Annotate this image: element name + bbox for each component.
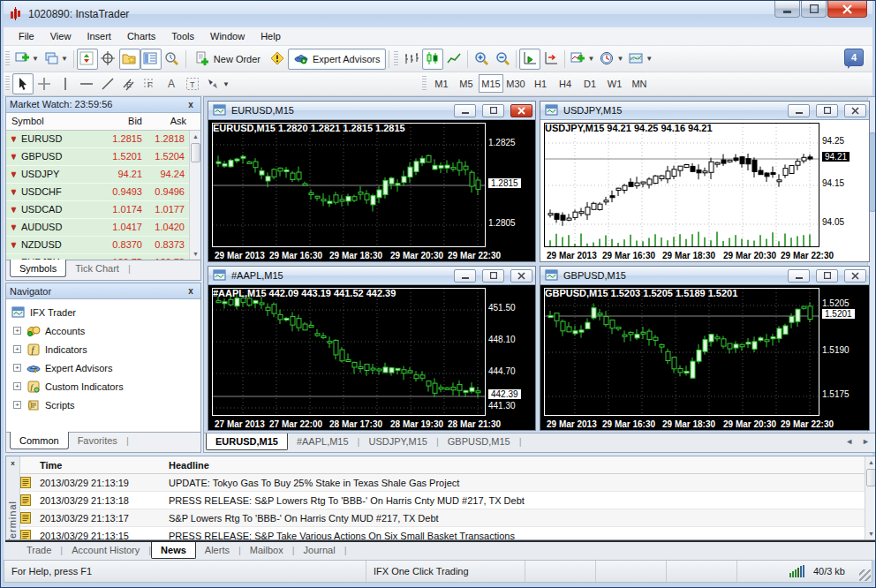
tree-item-expert-advisors[interactable]: +Expert Advisors <box>11 358 199 377</box>
menu-window[interactable]: Window <box>202 29 253 43</box>
market-watch-row[interactable]: ▼USDJPY94.2194.24 <box>6 166 200 184</box>
timeframe-h1[interactable]: H1 <box>528 74 553 93</box>
market-watch-scrollbar[interactable]: ▲▼ <box>189 131 200 260</box>
terminal-tab-mailbox[interactable]: Mailbox <box>241 542 292 558</box>
timeframe-m5[interactable]: M5 <box>454 74 479 93</box>
chart-window-titlebar[interactable]: #AAPL,M15 <box>208 267 535 285</box>
chart-shift-button[interactable] <box>540 49 562 70</box>
zoom-in-button[interactable] <box>471 49 492 70</box>
news-row[interactable]: 2013/03/29 21:13:15PRESS RELEASE: S&P Ta… <box>20 527 865 539</box>
profiles-button[interactable]: ▼ <box>42 49 71 70</box>
market-watch-row[interactable]: ▼EURUSD1.28151.2818 <box>6 131 200 148</box>
chart-plot[interactable] <box>544 288 819 416</box>
tab-favorites[interactable]: Favorites <box>69 433 126 449</box>
equidistant-channel-button[interactable]: E <box>118 73 140 94</box>
scroll-down-icon[interactable]: ▼ <box>865 528 876 539</box>
vertical-line-button[interactable] <box>55 73 76 94</box>
expand-plus-icon[interactable]: + <box>13 401 21 409</box>
scroll-up-icon[interactable]: ▲ <box>190 131 200 142</box>
candlestick-chart-button[interactable] <box>422 49 443 70</box>
menu-charts[interactable]: Charts <box>119 29 163 43</box>
maximize-button[interactable] <box>801 1 827 18</box>
timeframe-m15[interactable]: M15 <box>479 74 503 93</box>
templates-dropdown-button[interactable]: ▼ <box>626 49 655 70</box>
horizontal-line-button[interactable] <box>76 73 97 94</box>
market-watch-row[interactable]: ▼AUDUSD1.04171.0420 <box>6 219 200 237</box>
menu-insert[interactable]: Insert <box>79 29 119 43</box>
cursor-button[interactable] <box>12 73 34 94</box>
expand-plus-icon[interactable]: + <box>13 364 21 372</box>
expand-plus-icon[interactable]: + <box>13 382 21 390</box>
terminal-tab-news[interactable]: News <box>151 542 196 559</box>
text-button[interactable]: A <box>161 73 182 94</box>
navigator-toggle-button[interactable] <box>119 49 140 70</box>
close-button[interactable] <box>827 1 867 18</box>
scroll-down-icon[interactable]: ▼ <box>190 248 200 260</box>
chart-area-gbpusd[interactable]: GBPUSD,M15 1.5203 1.5205 1.5189 1.52011.… <box>540 285 869 430</box>
tree-item-root[interactable]: IFX Trader <box>11 303 199 321</box>
news-scrollbar[interactable]: ▲ ▼ <box>865 456 876 539</box>
chart-area-eurusd[interactable]: EURUSD,M15 1.2820 1.2821 1.2815 1.28151.… <box>208 120 535 261</box>
chart-restore-button[interactable] <box>482 104 504 117</box>
tree-item-scripts[interactable]: +Scripts <box>11 396 199 414</box>
timeframe-h4[interactable]: H4 <box>553 74 578 93</box>
navigator-close-icon[interactable]: x <box>185 285 197 297</box>
data-window-button[interactable] <box>98 49 119 70</box>
chart-plot[interactable] <box>212 288 486 416</box>
strategy-tester-button[interactable] <box>162 49 183 70</box>
tree-item-custom-indicators[interactable]: +fCustom Indicators <box>11 377 199 396</box>
chart-close-button[interactable] <box>844 104 866 117</box>
chart-window-titlebar[interactable]: EURUSD,M15 <box>208 102 535 120</box>
chart-restore-button[interactable] <box>816 269 838 283</box>
news-row[interactable]: 2013/03/29 21:13:18PRESS RELEASE: S&P Lo… <box>20 492 865 509</box>
trendline-button[interactable] <box>97 73 118 94</box>
fibonacci-retracement-button[interactable]: F <box>140 73 161 94</box>
terminal-tab-alerts[interactable]: Alerts <box>196 542 238 558</box>
chart-plot[interactable] <box>544 123 819 247</box>
bar-chart-button[interactable] <box>401 49 422 70</box>
terminal-tab-journal[interactable]: Journal <box>295 542 344 558</box>
chart-minimize-button[interactable] <box>454 104 476 117</box>
chart-minimize-button[interactable] <box>788 104 810 117</box>
terminal-toggle-button[interactable] <box>140 49 162 70</box>
tab-common[interactable]: Common <box>10 432 69 449</box>
zoom-out-button[interactable] <box>492 49 513 70</box>
menu-help[interactable]: Help <box>253 29 289 43</box>
timeframe-mn[interactable]: MN <box>627 74 652 93</box>
expand-plus-icon[interactable]: + <box>13 327 21 335</box>
alert-button[interactable] <box>267 49 288 70</box>
title-bar[interactable]: 1020890: InstaTrader <box>4 1 872 27</box>
new-order-button[interactable]: New Order <box>189 49 267 70</box>
chart-tab-gbpusdm15[interactable]: GBPUSD,M15 <box>439 433 519 449</box>
chart-tab-usdjpym15[interactable]: USDJPY,M15 <box>359 433 435 449</box>
chart-window-titlebar[interactable]: GBPUSD,M15 <box>540 267 869 285</box>
line-chart-button[interactable] <box>443 49 464 70</box>
new-chart-button[interactable]: ▼ <box>12 49 42 70</box>
chart-restore-button[interactable] <box>816 104 838 117</box>
chart-plot[interactable] <box>212 123 486 247</box>
market-watch-close-icon[interactable]: x <box>185 99 197 110</box>
market-watch-row[interactable]: ▼NZDUSD0.83700.8373 <box>6 237 200 254</box>
chart-tab-aaplm15[interactable]: #AAPL,M15 <box>288 433 358 449</box>
market-watch-row[interactable]: ▼USDCHF0.94930.9496 <box>6 184 200 201</box>
news-row[interactable]: 2013/03/29 21:13:17S&P Lowers Rtg To 'BB… <box>20 509 865 527</box>
tree-item-indicators[interactable]: +fIndicators <box>11 340 199 358</box>
chart-restore-button[interactable] <box>482 269 504 283</box>
timeframe-d1[interactable]: D1 <box>578 74 602 93</box>
expert-advisors-button[interactable]: Expert Advisors <box>288 49 386 70</box>
expand-plus-icon[interactable]: + <box>13 345 21 353</box>
chart-minimize-button[interactable] <box>454 269 476 283</box>
auto-scroll-button[interactable] <box>519 49 540 70</box>
tree-item-accounts[interactable]: +Accounts <box>11 321 199 340</box>
tabs-scroll-right-icon[interactable]: ► <box>862 437 870 446</box>
chart-area-aapl[interactable]: #AAPL,M15 442.09 443.19 441.52 442.39451… <box>208 285 535 430</box>
resize-grip[interactable] <box>859 569 871 581</box>
notifications-badge[interactable]: 4 <box>844 49 864 66</box>
tabs-scroll-left-icon[interactable]: ◄ <box>845 437 853 446</box>
chart-window-titlebar[interactable]: USDJPY,M15 <box>540 102 869 120</box>
market-watch-row[interactable]: ▼GBPUSD1.52011.5204 <box>6 148 200 166</box>
timeframe-m1[interactable]: M1 <box>429 74 454 93</box>
timeframe-w1[interactable]: W1 <box>602 74 627 93</box>
arrows-dropdown-button[interactable]: ▼ <box>203 73 232 94</box>
minimize-button[interactable] <box>774 1 800 18</box>
